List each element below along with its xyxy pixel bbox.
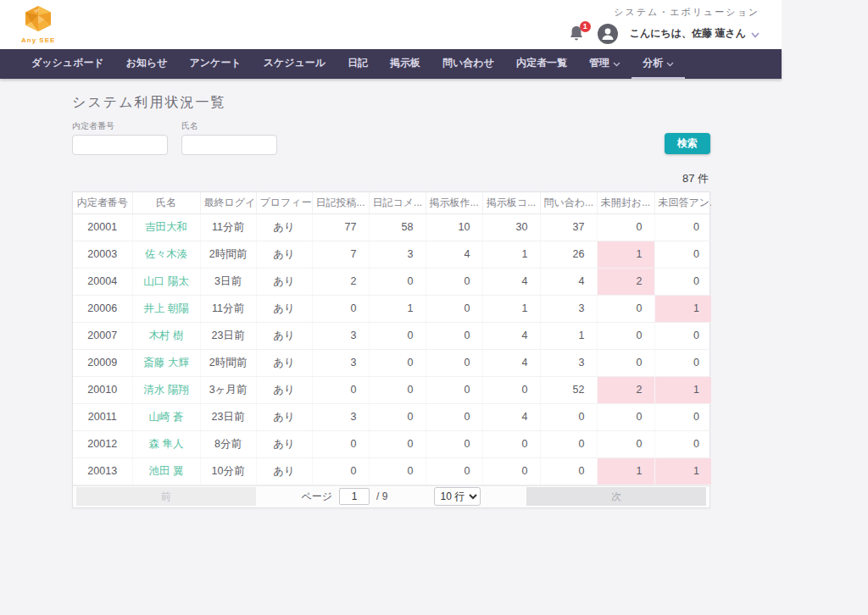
cell-diary-posts: 2 xyxy=(312,268,369,295)
table-row: 20001 吉田大和 11分前 あり 77 58 10 30 37 0 0 xyxy=(73,213,711,241)
nav-item-news[interactable]: お知らせ xyxy=(115,49,179,79)
chevron-down-icon xyxy=(666,58,674,69)
candidate-name-link[interactable]: 佐々木湊 xyxy=(145,248,187,260)
cell-profile: あり xyxy=(256,430,312,457)
page-number-input[interactable] xyxy=(339,488,370,505)
cell-last-login: 2時間前 xyxy=(200,349,256,376)
column-header: 最終ログイン xyxy=(200,192,256,213)
candidate-number-input[interactable] xyxy=(72,135,168,155)
cell-unanswered-surveys: 0 xyxy=(654,213,711,241)
cell-unanswered-surveys: 0 xyxy=(654,241,711,268)
cell-unopened-notices: 2 xyxy=(597,376,654,403)
cell-diary-posts: 3 xyxy=(312,403,369,430)
nav-item-schedule[interactable]: スケジュール xyxy=(253,49,337,79)
cell-diary-comments: 58 xyxy=(369,213,426,241)
cell-board-posts: 0 xyxy=(426,268,482,295)
user-row: 1 こんにちは、佐藤 蓮さん xyxy=(569,24,760,44)
cell-inquiries: 1 xyxy=(540,322,597,349)
cell-candidate-number: 20013 xyxy=(73,457,132,485)
cell-inquiries: 0 xyxy=(540,430,597,457)
candidate-name-link[interactable]: 斎藤 大輝 xyxy=(143,357,188,368)
cell-board-comments: 1 xyxy=(482,241,540,268)
cell-inquiries: 3 xyxy=(540,295,597,322)
cell-unopened-notices: 0 xyxy=(597,403,654,430)
cell-last-login: 3日前 xyxy=(200,268,256,295)
cell-profile: あり xyxy=(256,376,312,403)
cell-candidate-number: 20007 xyxy=(73,322,132,349)
cell-diary-comments: 0 xyxy=(369,457,426,485)
nav-item-diary[interactable]: 日記 xyxy=(337,49,379,79)
app-logo[interactable]: Any SEE xyxy=(21,5,55,44)
column-header: 未開封お... xyxy=(597,192,654,213)
cell-inquiries: 0 xyxy=(540,403,597,430)
cell-unopened-notices: 0 xyxy=(597,349,654,376)
top-right-area: システム・エボリューション 1 xyxy=(569,6,760,44)
cell-last-login: 23日前 xyxy=(200,322,256,349)
nav-item-analysis[interactable]: 分析 xyxy=(632,49,685,79)
cell-profile: あり xyxy=(256,295,312,322)
cell-diary-posts: 0 xyxy=(312,295,369,322)
logo-hexagon-icon xyxy=(23,5,53,36)
next-page-button[interactable]: 次 xyxy=(526,487,706,506)
total-pages: / 9 xyxy=(376,490,387,502)
cell-diary-comments: 0 xyxy=(369,268,426,295)
cell-inquiries: 3 xyxy=(540,349,597,376)
notification-bell-button[interactable]: 1 xyxy=(569,25,586,43)
main-content: システム利用状況一覧 内定者番号 氏名 検索 87 件 xyxy=(72,79,710,508)
table-row: 20007 木村 樹 23日前 あり 3 0 0 4 1 0 0 xyxy=(73,322,711,349)
nav-item-candidates[interactable]: 内定者一覧 xyxy=(505,49,578,79)
usage-table: 内定者番号氏名最終ログインプロフィー...日記投稿...日記コメ...掲示板作.… xyxy=(73,192,711,485)
cell-inquiries: 37 xyxy=(540,213,597,241)
cell-board-posts: 0 xyxy=(426,403,482,430)
cell-board-comments: 4 xyxy=(482,268,540,295)
column-header: プロフィー... xyxy=(256,192,312,213)
cell-name: 池田 翼 xyxy=(132,457,200,485)
candidate-number-field: 内定者番号 xyxy=(72,120,168,155)
search-form: 内定者番号 氏名 検索 xyxy=(72,120,710,163)
user-menu[interactable]: こんにちは、佐藤 蓮さん xyxy=(630,26,760,42)
cell-last-login: 23日前 xyxy=(200,403,256,430)
company-name: システム・エボリューション xyxy=(614,6,760,19)
user-avatar[interactable] xyxy=(598,24,618,44)
candidate-name-link[interactable]: 池田 翼 xyxy=(149,465,184,477)
cell-name: 斎藤 大輝 xyxy=(132,349,200,376)
cell-unopened-notices: 0 xyxy=(597,430,654,457)
cell-board-comments: 0 xyxy=(482,457,540,485)
candidate-name-link[interactable]: 吉田大和 xyxy=(145,221,187,233)
candidate-name-link[interactable]: 清水 陽翔 xyxy=(143,384,188,396)
cell-candidate-number: 20011 xyxy=(73,403,132,430)
candidate-name-link[interactable]: 山口 陽太 xyxy=(143,275,188,287)
cell-name: 佐々木湊 xyxy=(132,241,200,268)
cell-inquiries: 4 xyxy=(540,268,597,295)
rows-per-page-select[interactable]: 10 行 xyxy=(434,487,481,506)
cell-diary-comments: 0 xyxy=(369,430,426,457)
prev-page-button[interactable]: 前 xyxy=(76,487,256,506)
nav-item-inquiry[interactable]: 問い合わせ xyxy=(431,49,505,79)
column-header: 問い合わ... xyxy=(540,192,597,213)
table-row: 20003 佐々木湊 2時間前 あり 7 3 4 1 26 1 0 xyxy=(73,241,711,268)
table-row: 20013 池田 翼 10分前 あり 0 0 0 0 0 1 1 xyxy=(73,457,711,485)
name-input[interactable] xyxy=(181,135,277,155)
cell-unanswered-surveys: 0 xyxy=(654,322,711,349)
cell-diary-posts: 0 xyxy=(312,457,369,485)
candidate-name-link[interactable]: 木村 樹 xyxy=(149,330,184,341)
candidate-name-link[interactable]: 井上 朝陽 xyxy=(143,302,188,314)
nav-item-admin[interactable]: 管理 xyxy=(578,49,632,79)
nav-item-board[interactable]: 掲示板 xyxy=(379,49,431,79)
candidate-number-label: 内定者番号 xyxy=(72,120,168,132)
candidate-name-link[interactable]: 森 隼人 xyxy=(149,438,184,450)
nav-item-survey[interactable]: アンケート xyxy=(179,49,253,79)
search-button[interactable]: 検索 xyxy=(665,133,710,154)
cell-unanswered-surveys: 0 xyxy=(654,349,711,376)
cell-board-posts: 0 xyxy=(426,430,482,457)
cell-last-login: 11分前 xyxy=(200,295,256,322)
column-header: 日記投稿... xyxy=(312,192,369,213)
candidate-name-link[interactable]: 山崎 蒼 xyxy=(149,411,184,423)
notification-badge: 1 xyxy=(580,21,591,32)
nav-item-dashboard[interactable]: ダッシュボード xyxy=(20,49,115,79)
cell-candidate-number: 20001 xyxy=(73,213,132,241)
cell-diary-comments: 0 xyxy=(369,403,426,430)
cell-diary-comments: 1 xyxy=(369,295,426,322)
cell-name: 吉田大和 xyxy=(132,213,200,241)
cell-diary-posts: 3 xyxy=(312,349,369,376)
